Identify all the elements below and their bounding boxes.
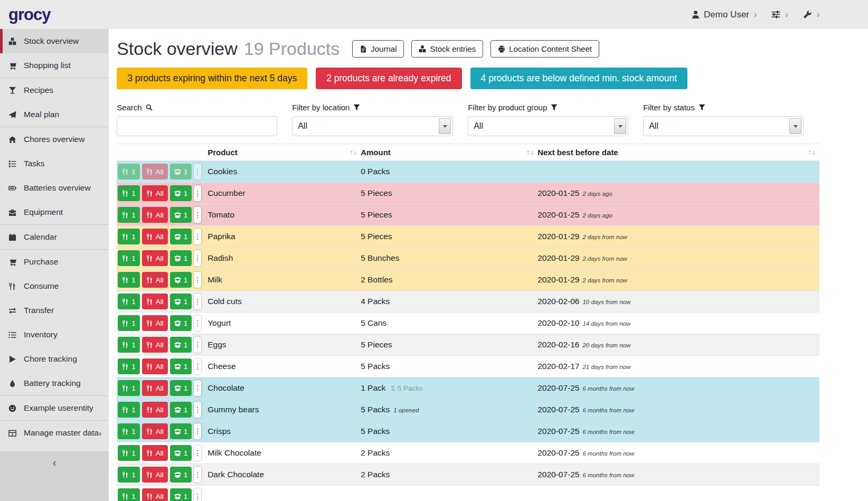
- open-one-button[interactable]: 1: [170, 185, 192, 201]
- open-one-button[interactable]: 1: [170, 207, 192, 223]
- grocy-logo[interactable]: grocy: [8, 6, 50, 23]
- settings-menu[interactable]: ›: [803, 10, 819, 20]
- row-more-menu-button[interactable]: ⋮: [194, 380, 201, 396]
- sidebar-collapse-button[interactable]: ‹: [0, 451, 109, 501]
- consume-all-button[interactable]: All: [142, 337, 168, 353]
- open-one-button[interactable]: 1: [170, 250, 192, 266]
- filter-select[interactable]: All: [468, 116, 628, 136]
- sidebar-item-example-userentity[interactable]: Example userentity: [0, 396, 109, 420]
- row-more-menu-button[interactable]: ⋮: [194, 207, 201, 223]
- journal-button[interactable]: Journal: [352, 40, 404, 58]
- open-one-button[interactable]: 1: [170, 294, 192, 309]
- consume-all-button[interactable]: All: [142, 423, 168, 439]
- open-one-button[interactable]: 1: [170, 315, 192, 331]
- open-one-button[interactable]: 1: [170, 358, 192, 374]
- sidebar-item-stock-overview[interactable]: Stock overview: [0, 29, 109, 53]
- user-menu[interactable]: Demo User›: [691, 10, 757, 20]
- consume-all-button[interactable]: All: [142, 294, 168, 309]
- consume-all-button[interactable]: All: [142, 164, 168, 179]
- consume-one-button[interactable]: 1: [118, 185, 140, 201]
- filter-select[interactable]: All: [292, 116, 453, 136]
- sidebar-item-manage-master-data[interactable]: Manage master data›: [0, 421, 109, 445]
- consume-one-button[interactable]: 1: [118, 467, 140, 483]
- sidebar-item-transfer[interactable]: Transfer: [0, 298, 109, 323]
- consume-all-button[interactable]: All: [142, 402, 168, 418]
- row-more-menu-button[interactable]: ⋮: [194, 229, 201, 244]
- row-more-menu-button[interactable]: ⋮: [194, 445, 201, 461]
- sidebar-item-batteries-overview[interactable]: Batteries overview: [0, 176, 109, 200]
- sidebar-item-tasks[interactable]: Tasks: [0, 152, 109, 176]
- consume-all-button[interactable]: All: [142, 358, 168, 374]
- open-one-button[interactable]: 1: [170, 488, 192, 501]
- search-input[interactable]: [117, 116, 277, 136]
- preferences-menu[interactable]: ›: [771, 10, 788, 20]
- column-header-next-best-before-date[interactable]: Next best before date↑↓: [537, 144, 819, 161]
- sidebar-item-calendar[interactable]: Calendar: [0, 225, 109, 249]
- sidebar-item-chore-tracking[interactable]: Chore tracking: [0, 347, 109, 371]
- row-more-menu-button[interactable]: ⋮: [194, 337, 201, 353]
- row-more-menu-button[interactable]: ⋮: [194, 358, 201, 374]
- consume-one-button[interactable]: 1: [118, 164, 140, 179]
- consume-one-button[interactable]: 1: [118, 445, 140, 461]
- consume-all-button[interactable]: All: [142, 380, 168, 396]
- main-content: Stock overview 19 Products JournalStock …: [109, 29, 868, 501]
- consume-all-button[interactable]: All: [142, 488, 168, 501]
- location-content-sheet-button[interactable]: Location Content Sheet: [490, 40, 599, 58]
- consume-all-button[interactable]: All: [142, 250, 168, 266]
- row-more-menu-button[interactable]: ⋮: [194, 164, 201, 179]
- row-more-menu-button[interactable]: ⋮: [194, 488, 201, 501]
- consume-one-button[interactable]: 1: [118, 488, 140, 501]
- open-one-button[interactable]: 1: [170, 423, 192, 439]
- consume-all-button[interactable]: All: [142, 272, 168, 288]
- consume-one-button[interactable]: 1: [118, 380, 140, 396]
- column-header-product[interactable]: Product↑↓: [207, 144, 361, 161]
- row-more-menu-button[interactable]: ⋮: [194, 272, 201, 288]
- sidebar-item-purchase[interactable]: Purchase: [0, 250, 109, 274]
- consume-one-button[interactable]: 1: [118, 229, 140, 244]
- consume-one-button[interactable]: 1: [118, 315, 140, 331]
- row-more-menu-button[interactable]: ⋮: [194, 467, 201, 483]
- consume-all-button[interactable]: All: [142, 185, 168, 201]
- open-one-button[interactable]: 1: [170, 164, 192, 179]
- column-header-amount[interactable]: Amount↑↓: [361, 144, 537, 161]
- consume-all-button[interactable]: All: [142, 229, 168, 244]
- sidebar-item-consume[interactable]: Consume: [0, 274, 109, 298]
- row-more-menu-button[interactable]: ⋮: [194, 423, 201, 439]
- sidebar-item-battery-tracking[interactable]: Battery tracking: [0, 371, 109, 395]
- open-one-button[interactable]: 1: [170, 337, 192, 353]
- sidebar-item-chores-overview[interactable]: Chores overview: [0, 127, 109, 152]
- row-more-menu-button[interactable]: ⋮: [194, 185, 201, 201]
- consume-one-button[interactable]: 1: [118, 423, 140, 439]
- row-more-menu-button[interactable]: ⋮: [194, 315, 201, 331]
- open-one-button[interactable]: 1: [170, 467, 192, 483]
- consume-one-button[interactable]: 1: [118, 402, 140, 418]
- alert-info[interactable]: 4 products are below defined min. stock …: [470, 68, 688, 89]
- alert-warning[interactable]: 3 products expiring within the next 5 da…: [117, 68, 307, 89]
- open-one-button[interactable]: 1: [170, 229, 192, 244]
- row-more-menu-button[interactable]: ⋮: [194, 402, 201, 418]
- sidebar-item-inventory[interactable]: Inventory: [0, 323, 109, 347]
- sidebar-item-equipment[interactable]: Equipment: [0, 200, 109, 224]
- sidebar-item-meal-plan[interactable]: Meal plan: [0, 102, 109, 127]
- consume-one-button[interactable]: 1: [118, 207, 140, 223]
- consume-one-button[interactable]: 1: [118, 250, 140, 266]
- consume-all-button[interactable]: All: [142, 467, 168, 483]
- consume-one-button[interactable]: 1: [118, 337, 140, 353]
- consume-all-button[interactable]: All: [142, 315, 168, 331]
- open-one-button[interactable]: 1: [170, 402, 192, 418]
- open-one-button[interactable]: 1: [170, 272, 192, 288]
- consume-all-button[interactable]: All: [142, 445, 168, 461]
- consume-one-button[interactable]: 1: [118, 358, 140, 374]
- row-more-menu-button[interactable]: ⋮: [194, 250, 201, 266]
- open-one-button[interactable]: 1: [170, 445, 192, 461]
- sidebar-item-recipes[interactable]: Recipes: [0, 78, 109, 102]
- consume-one-button[interactable]: 1: [118, 272, 140, 288]
- filter-select[interactable]: All: [643, 116, 804, 136]
- consume-one-button[interactable]: 1: [118, 294, 140, 309]
- consume-all-button[interactable]: All: [142, 207, 168, 223]
- open-one-button[interactable]: 1: [170, 380, 192, 396]
- row-more-menu-button[interactable]: ⋮: [194, 294, 201, 309]
- alert-danger[interactable]: 2 products are already expired: [316, 68, 461, 89]
- stock-entries-button[interactable]: Stock entries: [411, 40, 483, 58]
- sidebar-item-shopping-list[interactable]: Shopping list: [0, 53, 109, 78]
